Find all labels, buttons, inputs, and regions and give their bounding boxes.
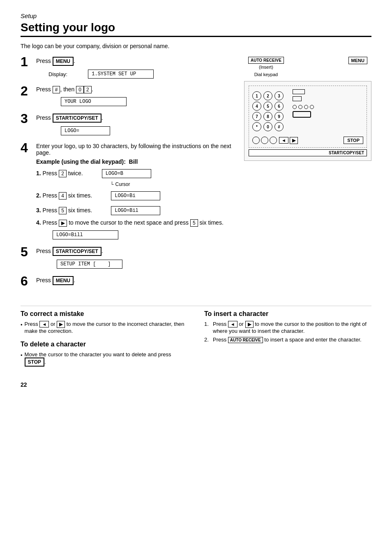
light-3 bbox=[304, 105, 308, 109]
back-nav-key: ◄ bbox=[279, 137, 288, 144]
setup-label: Setup bbox=[21, 12, 371, 19]
key-2-sub1: 2 bbox=[59, 170, 67, 177]
forward-nav-key: ▶ bbox=[290, 137, 298, 144]
delete-character-bullet: • Move the cursor to the character you w… bbox=[21, 351, 188, 367]
insert-item-1: 1. Press ◄ or ▶ to move the cursor to th… bbox=[204, 321, 371, 334]
key-4: 4 bbox=[252, 102, 261, 111]
insert-num-2: 2. bbox=[204, 337, 211, 343]
keypad-area: 1 2 3 4 5 6 7 8 9 * 0 # bbox=[252, 89, 284, 133]
fwd-arrow-correct: ▶ bbox=[57, 321, 65, 328]
delete-character-heading: To delete a character bbox=[21, 341, 188, 348]
circle-btn-1 bbox=[252, 137, 260, 144]
sub-step-4-1: 1. Press 2 twice. LOGO=B └ Cursor bbox=[36, 167, 236, 187]
key-star: * bbox=[252, 122, 261, 131]
light-4 bbox=[310, 105, 314, 109]
right-controls bbox=[288, 89, 363, 133]
large-button bbox=[293, 111, 311, 118]
menu-key-step6: MENU bbox=[53, 276, 74, 285]
device-box: 1 2 3 4 5 6 7 8 9 * 0 # bbox=[244, 81, 371, 161]
start-copy-set-key-5: START/COPY/SET bbox=[53, 247, 101, 256]
insert-text-2: Press AUTO RECEIVE to insert a space and… bbox=[213, 337, 362, 343]
step-5-number: 5 bbox=[21, 245, 32, 258]
step-5: 5 Press START/COPY/SET. SETUP ITEM [ ] bbox=[21, 247, 236, 270]
keypad-grid: 1 2 3 4 5 6 7 8 9 * 0 # bbox=[252, 91, 284, 131]
back-arrow-correct: ◄ bbox=[39, 321, 49, 327]
display-sub4: LOGO=Bill bbox=[53, 230, 118, 239]
insert-item-2: 2. Press AUTO RECEIVE to insert a space … bbox=[204, 337, 371, 343]
step-6-content: Press MENU. bbox=[36, 276, 236, 287]
steps-column: 1 Press MENU. Display: 1.SYSTEM SET UP 2… bbox=[21, 57, 236, 293]
display-label-1: Display: bbox=[48, 71, 67, 77]
key-4-sub2: 4 bbox=[59, 192, 67, 200]
step-4: 4 Enter your logo, up to 30 characters, … bbox=[21, 143, 236, 241]
sub-step-4-1-label: 1. Press 2 twice. bbox=[36, 170, 83, 177]
step-1: 1 Press MENU. Display: 1.SYSTEM SET UP bbox=[21, 57, 236, 80]
display-value-1: 1.SYSTEM SET UP bbox=[88, 70, 154, 79]
insert-character-heading: To insert a character bbox=[204, 310, 371, 318]
circle-btn-3 bbox=[270, 137, 277, 144]
circle-btn-2 bbox=[261, 137, 268, 144]
device-diagram-section: AUTO RECEIVE (Insert) Dial keypad MENU 1 bbox=[244, 57, 371, 293]
display-value-2: YOUR LOGO bbox=[61, 97, 127, 106]
auto-receive-insert: AUTO RECEIVE bbox=[228, 337, 263, 343]
key-8: 8 bbox=[263, 112, 272, 121]
key-7: 7 bbox=[252, 112, 261, 121]
key-6: 6 bbox=[274, 102, 284, 111]
stop-key-delete: STOP bbox=[25, 358, 44, 367]
step-1-content: Press MENU. Display: 1.SYSTEM SET UP bbox=[36, 57, 236, 80]
correct-mistake-section: To correct a mistake • Press ◄ or ▶ to m… bbox=[21, 310, 188, 334]
hash-key: # bbox=[53, 86, 60, 93]
step-3-content: Press START/COPY/SET. LOGO= bbox=[36, 114, 236, 137]
step-2: 2 Press #, then 02. YOUR LOGO bbox=[21, 86, 236, 108]
page-title: Setting your logo bbox=[21, 21, 371, 37]
light-2 bbox=[298, 105, 302, 109]
step-5-content: Press START/COPY/SET. SETUP ITEM [ ] bbox=[36, 247, 236, 270]
sub-step-4-3-label: 3. Press 5 six times. bbox=[36, 207, 92, 214]
fwd-arrow-insert: ▶ bbox=[245, 321, 254, 328]
page-number: 22 bbox=[21, 381, 371, 388]
key-9: 9 bbox=[274, 112, 284, 121]
slot-2 bbox=[293, 96, 302, 101]
menu-key-step1: MENU bbox=[53, 57, 74, 66]
key-5: 5 bbox=[263, 102, 272, 111]
key-5-sub3: 5 bbox=[59, 207, 67, 214]
correct-mistake-bullet: • Press ◄ or ▶ to move the cursor to the… bbox=[21, 321, 188, 334]
light-1 bbox=[293, 105, 297, 109]
back-arrow-insert: ◄ bbox=[228, 321, 238, 327]
key-1: 1 bbox=[252, 91, 261, 100]
insert-character-section: To insert a character 1. Press ◄ or ▶ to… bbox=[204, 310, 371, 369]
sub-step-4-4: 4. Press ▶ to move the cursor to the nex… bbox=[36, 219, 236, 241]
step-4-number: 4 bbox=[21, 141, 32, 154]
correct-mistake-text: Press ◄ or ▶ to move the cursor to the i… bbox=[25, 321, 188, 334]
start-copy-set-key-3: START/COPY/SET bbox=[53, 114, 101, 123]
step-1-number: 1 bbox=[21, 55, 32, 68]
display-sub2: LOGO=Bi bbox=[111, 191, 160, 200]
device-inner: 1 2 3 4 5 6 7 8 9 * 0 # bbox=[249, 86, 367, 148]
bullet-dot-1: • bbox=[21, 322, 23, 328]
step-3-number: 3 bbox=[21, 112, 32, 125]
step-4-content: Enter your logo, up to 30 characters, by… bbox=[36, 143, 236, 241]
cursor-arrow: └ bbox=[110, 181, 114, 187]
zero-key: 0 bbox=[76, 86, 84, 93]
key-3: 3 bbox=[274, 91, 284, 100]
bottom-left-sections: To correct a mistake • Press ◄ or ▶ to m… bbox=[21, 310, 188, 369]
two-key: 2 bbox=[84, 86, 92, 93]
bottom-sections: To correct a mistake • Press ◄ or ▶ to m… bbox=[21, 306, 371, 369]
cursor-label: Cursor bbox=[115, 181, 130, 187]
step-2-content: Press #, then 02. YOUR LOGO bbox=[36, 86, 236, 108]
insert-text-1: Press ◄ or ▶ to move the cursor to the p… bbox=[213, 321, 371, 334]
insert-note: (Insert) bbox=[248, 65, 284, 70]
bullet-dot-2: • bbox=[21, 352, 23, 358]
display-slot bbox=[293, 89, 305, 94]
step-6-number: 6 bbox=[21, 274, 32, 288]
delete-character-section: To delete a character • Move the cursor … bbox=[21, 341, 188, 367]
display-sub3: LOGO=Bil bbox=[111, 206, 160, 215]
display-sub1: LOGO=B bbox=[102, 169, 151, 178]
step-3: 3 Press START/COPY/SET. LOGO= bbox=[21, 114, 236, 137]
insert-num-1: 1. bbox=[204, 321, 211, 334]
sub-step-4-2-label: 2. Press 4 six times. bbox=[36, 192, 92, 200]
display-value-5: SETUP ITEM [ ] bbox=[57, 260, 122, 269]
menu-key-diagram: MENU bbox=[348, 57, 367, 64]
delete-character-text: Move the cursor to the character you wan… bbox=[25, 351, 188, 367]
intro-text: The logo can be your company, division o… bbox=[21, 43, 371, 49]
